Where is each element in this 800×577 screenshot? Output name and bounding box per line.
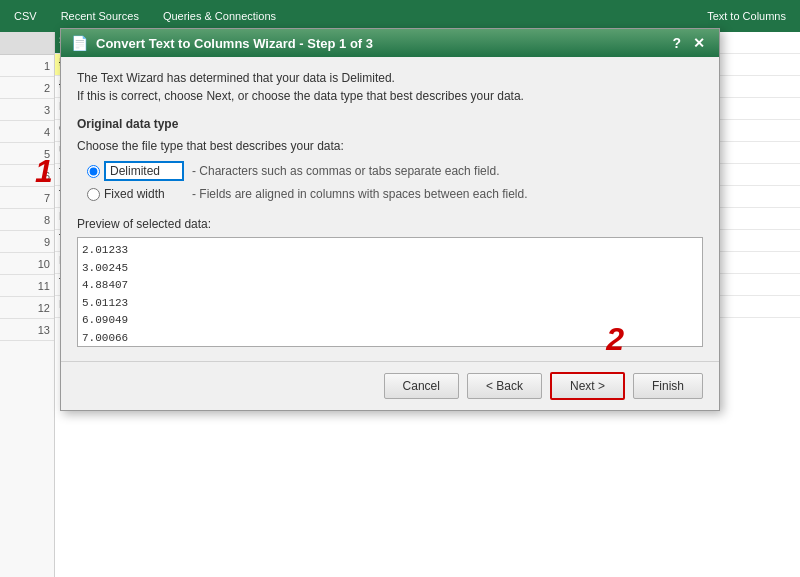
section-sub: Choose the file type that best describes… xyxy=(77,139,703,153)
preview-line-2: 4.88407 xyxy=(82,277,698,295)
back-button[interactable]: < Back xyxy=(467,373,542,399)
row-3: 3 xyxy=(0,99,54,121)
row-8: 8 xyxy=(0,209,54,231)
step2-badge: 2 xyxy=(606,321,624,358)
row-1: 1 xyxy=(0,55,54,77)
row-labels: 1 2 3 4 5 6 7 8 9 10 11 12 13 xyxy=(0,32,55,577)
row-11: 11 xyxy=(0,275,54,297)
radio-fixed-label[interactable]: Fixed width xyxy=(104,187,184,201)
toolbar-recent-sources[interactable]: Recent Sources xyxy=(55,8,145,24)
row-2: 2 xyxy=(0,77,54,99)
row-7: 7 xyxy=(0,187,54,209)
radio-delimited[interactable] xyxy=(87,165,100,178)
preview-line-3: 5.01123 xyxy=(82,295,698,313)
close-button[interactable]: ✕ xyxy=(689,36,709,50)
finish-button[interactable]: Finish xyxy=(633,373,703,399)
convert-wizard-dialog: 📄 Convert Text to Columns Wizard - Step … xyxy=(60,28,720,411)
radio-delimited-row: Delimited - Characters such as commas or… xyxy=(87,161,703,181)
desc1: The Text Wizard has determined that your… xyxy=(77,71,703,85)
radio-delimited-desc: - Characters such as commas or tabs sepa… xyxy=(192,164,499,178)
dialog-body: The Text Wizard has determined that your… xyxy=(61,57,719,361)
step1-badge: 1 xyxy=(35,153,53,190)
next-button[interactable]: Next > xyxy=(550,372,625,400)
dialog-title: Convert Text to Columns Wizard - Step 1 … xyxy=(96,36,373,51)
radio-fixed[interactable] xyxy=(87,188,100,201)
preview-line-1: 3.00245 xyxy=(82,260,698,278)
help-button[interactable]: ? xyxy=(668,36,685,50)
dialog-footer: 2 Cancel < Back Next > Finish xyxy=(61,361,719,410)
row-12: 12 xyxy=(0,297,54,319)
radio-fixed-desc: - Fields are aligned in columns with spa… xyxy=(192,187,528,201)
toolbar-csv[interactable]: CSV xyxy=(8,8,43,24)
title-buttons: ? ✕ xyxy=(668,36,709,50)
row-9: 9 xyxy=(0,231,54,253)
dialog-titlebar: 📄 Convert Text to Columns Wizard - Step … xyxy=(61,29,719,57)
row-10: 10 xyxy=(0,253,54,275)
cancel-button[interactable]: Cancel xyxy=(384,373,459,399)
radio-delimited-label[interactable]: Delimited xyxy=(104,161,184,181)
preview-label: Preview of selected data: xyxy=(77,217,703,231)
preview-line-0: 2.01233 xyxy=(82,242,698,260)
title-left: 📄 Convert Text to Columns Wizard - Step … xyxy=(71,35,373,51)
section-label: Original data type xyxy=(77,117,703,131)
desc2: If this is correct, choose Next, or choo… xyxy=(77,89,703,103)
toolbar-text-to-columns[interactable]: Text to Columns xyxy=(701,8,792,24)
radio-group: 1 Delimited - Characters such as commas … xyxy=(87,161,703,201)
radio-fixed-row: Fixed width - Fields are aligned in colu… xyxy=(87,187,703,201)
row-4: 4 xyxy=(0,121,54,143)
row-13: 13 xyxy=(0,319,54,341)
toolbar-queries[interactable]: Queries & Connections xyxy=(157,8,282,24)
wizard-icon: 📄 xyxy=(71,35,88,51)
